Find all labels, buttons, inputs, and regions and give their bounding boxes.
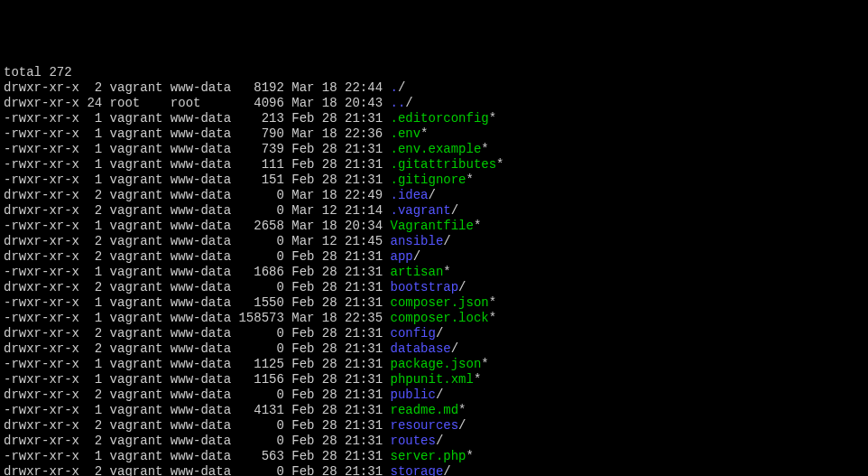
row-meta: drwxr-xr-x 2 vagrant www-data 8192 Mar 1… <box>4 80 390 95</box>
row-filename: .env <box>390 126 420 141</box>
terminal-output: total 272drwxr-xr-x 2 vagrant www-data 8… <box>4 65 864 476</box>
listing-row: drwxr-xr-x 2 vagrant www-data 8192 Mar 1… <box>4 80 864 96</box>
row-suffix: * <box>489 311 496 325</box>
row-meta: -rwxr-xr-x 1 vagrant www-data 739 Feb 28… <box>4 142 390 156</box>
listing-row: -rwxr-xr-x 1 vagrant www-data 151 Feb 28… <box>4 173 864 188</box>
row-filename: package.json <box>390 357 481 371</box>
row-suffix: / <box>436 387 443 402</box>
row-meta: -rwxr-xr-x 1 vagrant www-data 790 Mar 18… <box>4 126 390 141</box>
row-filename: . <box>390 80 397 95</box>
row-suffix: / <box>443 464 450 476</box>
listing-row: drwxr-xr-x 2 vagrant www-data 0 Feb 28 2… <box>4 418 864 434</box>
row-meta: -rwxr-xr-x 1 vagrant www-data 1156 Feb 2… <box>4 372 390 387</box>
row-suffix: / <box>429 188 436 202</box>
listing-row: -rwxr-xr-x 1 vagrant www-data 2658 Mar 1… <box>4 219 864 234</box>
row-meta: -rwxr-xr-x 1 vagrant www-data 2658 Mar 1… <box>4 219 390 233</box>
listing-row: -rwxr-xr-x 1 vagrant www-data 1686 Feb 2… <box>4 265 864 280</box>
row-meta: -rwxr-xr-x 1 vagrant www-data 1686 Feb 2… <box>4 265 390 279</box>
row-filename: composer.json <box>390 295 488 310</box>
row-filename: .editorconfig <box>390 111 488 126</box>
row-suffix: * <box>474 372 481 387</box>
listing-row: -rwxr-xr-x 1 vagrant www-data 111 Feb 28… <box>4 157 864 173</box>
row-meta: drwxr-xr-x 2 vagrant www-data 0 Feb 28 2… <box>4 341 390 356</box>
row-suffix: * <box>489 295 496 310</box>
row-suffix: * <box>481 357 488 371</box>
row-meta: drwxr-xr-x 2 vagrant www-data 0 Feb 28 2… <box>4 249 390 264</box>
row-suffix: * <box>443 265 450 279</box>
listing-row: drwxr-xr-x 2 vagrant www-data 0 Feb 28 2… <box>4 434 864 449</box>
listing-row: -rwxr-xr-x 1 vagrant www-data 213 Feb 28… <box>4 111 864 126</box>
listing-row: -rwxr-xr-x 1 vagrant www-data 4131 Feb 2… <box>4 403 864 418</box>
listing-row: drwxr-xr-x 2 vagrant www-data 0 Feb 28 2… <box>4 387 864 403</box>
row-suffix: / <box>413 249 420 264</box>
row-suffix: * <box>420 126 428 141</box>
row-meta: drwxr-xr-x 24 root root 4096 Mar 18 20:4… <box>4 96 390 110</box>
row-suffix: / <box>436 326 443 341</box>
row-meta: drwxr-xr-x 2 vagrant www-data 0 Feb 28 2… <box>4 418 390 433</box>
total-line: total 272 <box>4 65 864 80</box>
row-filename: storage <box>390 464 443 476</box>
listing-row: drwxr-xr-x 2 vagrant www-data 0 Feb 28 2… <box>4 341 864 357</box>
listing-row: drwxr-xr-x 2 vagrant www-data 0 Feb 28 2… <box>4 280 864 295</box>
row-meta: drwxr-xr-x 2 vagrant www-data 0 Feb 28 2… <box>4 464 390 476</box>
listing-row: drwxr-xr-x 2 vagrant www-data 0 Mar 12 2… <box>4 234 864 249</box>
row-filename: server.php <box>390 449 466 463</box>
row-meta: -rwxr-xr-x 1 vagrant www-data 1125 Feb 2… <box>4 357 390 371</box>
row-meta: drwxr-xr-x 2 vagrant www-data 0 Mar 18 2… <box>4 188 390 202</box>
row-suffix: / <box>451 341 458 356</box>
row-meta: drwxr-xr-x 2 vagrant www-data 0 Feb 28 2… <box>4 280 390 294</box>
row-filename: .gitattributes <box>390 157 496 172</box>
row-meta: -rwxr-xr-x 1 vagrant www-data 151 Feb 28… <box>4 173 390 187</box>
row-filename: .idea <box>390 188 428 202</box>
row-filename: app <box>390 249 412 264</box>
row-suffix: * <box>496 157 503 172</box>
row-filename: .gitignore <box>390 173 466 187</box>
listing-row: drwxr-xr-x 24 root root 4096 Mar 18 20:4… <box>4 96 864 111</box>
row-suffix: / <box>443 234 450 248</box>
listing-row: -rwxr-xr-x 1 vagrant www-data 158573 Mar… <box>4 311 864 326</box>
listing-row: -rwxr-xr-x 1 vagrant www-data 563 Feb 28… <box>4 449 864 464</box>
listing-row: drwxr-xr-x 2 vagrant www-data 0 Feb 28 2… <box>4 464 864 476</box>
row-filename: ansible <box>390 234 443 248</box>
row-meta: -rwxr-xr-x 1 vagrant www-data 563 Feb 28… <box>4 449 390 463</box>
row-filename: phpunit.xml <box>390 372 473 387</box>
row-suffix: * <box>458 403 466 417</box>
row-filename: routes <box>390 434 435 448</box>
row-suffix: * <box>466 173 474 187</box>
listing-row: drwxr-xr-x 2 vagrant www-data 0 Mar 18 2… <box>4 188 864 203</box>
row-filename: resources <box>390 418 458 433</box>
row-suffix: * <box>481 142 488 156</box>
row-meta: drwxr-xr-x 2 vagrant www-data 0 Mar 12 2… <box>4 203 390 218</box>
row-filename: .. <box>390 96 405 110</box>
row-filename: database <box>390 341 450 356</box>
row-suffix: * <box>466 449 474 463</box>
row-meta: drwxr-xr-x 2 vagrant www-data 0 Feb 28 2… <box>4 434 390 448</box>
row-meta: drwxr-xr-x 2 vagrant www-data 0 Feb 28 2… <box>4 326 390 341</box>
row-filename: composer.lock <box>390 311 488 325</box>
row-filename: readme.md <box>390 403 458 417</box>
listing-row: -rwxr-xr-x 1 vagrant www-data 1125 Feb 2… <box>4 357 864 372</box>
row-meta: drwxr-xr-x 2 vagrant www-data 0 Mar 12 2… <box>4 234 390 248</box>
row-filename: bootstrap <box>390 280 458 294</box>
row-suffix: / <box>458 418 466 433</box>
row-meta: -rwxr-xr-x 1 vagrant www-data 4131 Feb 2… <box>4 403 390 417</box>
row-suffix: / <box>398 80 405 95</box>
listing-row: -rwxr-xr-x 1 vagrant www-data 790 Mar 18… <box>4 126 864 142</box>
row-meta: -rwxr-xr-x 1 vagrant www-data 158573 Mar… <box>4 311 390 325</box>
listing-row: -rwxr-xr-x 1 vagrant www-data 1550 Feb 2… <box>4 295 864 311</box>
row-filename: artisan <box>390 265 443 279</box>
row-suffix: / <box>405 96 412 110</box>
row-suffix: * <box>474 219 481 233</box>
row-meta: -rwxr-xr-x 1 vagrant www-data 111 Feb 28… <box>4 157 390 172</box>
row-filename: .env.example <box>390 142 481 156</box>
row-meta: drwxr-xr-x 2 vagrant www-data 0 Feb 28 2… <box>4 387 390 402</box>
listing-row: drwxr-xr-x 2 vagrant www-data 0 Mar 12 2… <box>4 203 864 219</box>
listing-row: drwxr-xr-x 2 vagrant www-data 0 Feb 28 2… <box>4 326 864 341</box>
row-meta: -rwxr-xr-x 1 vagrant www-data 1550 Feb 2… <box>4 295 390 310</box>
row-filename: config <box>390 326 435 341</box>
row-suffix: * <box>489 111 496 126</box>
row-filename: public <box>390 387 435 402</box>
row-suffix: / <box>451 203 458 218</box>
row-suffix: / <box>436 434 443 448</box>
row-meta: -rwxr-xr-x 1 vagrant www-data 213 Feb 28… <box>4 111 390 126</box>
